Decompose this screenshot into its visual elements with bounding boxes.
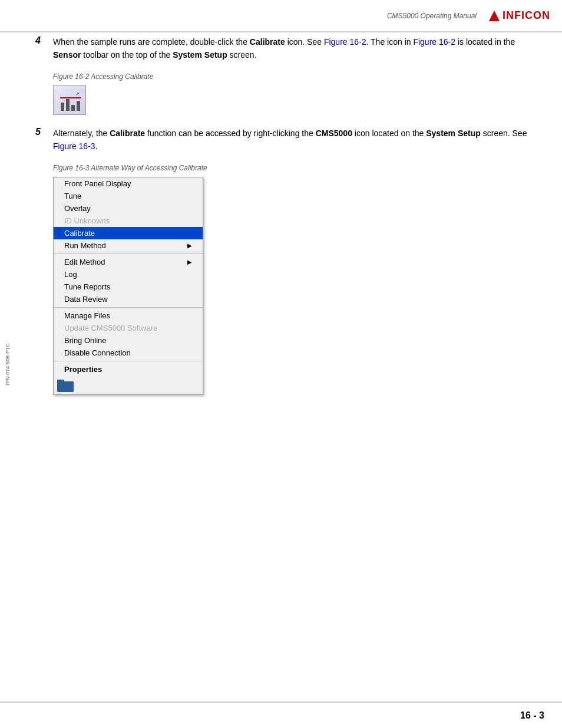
menu-item-front-panel-display[interactable]: Front Panel Display (54, 177, 203, 190)
calibrate-icon-box: ↗ (53, 85, 86, 115)
menu-item-properties[interactable]: Properties (54, 363, 203, 375)
step5-cms5000-bold: CMS5000 (316, 129, 352, 138)
svg-text:↗: ↗ (75, 91, 80, 97)
side-label: IPN 074-508-P1C (5, 343, 11, 385)
run-method-submenu-arrow: ▶ (187, 242, 192, 249)
step5-calibrate-bold: Calibrate (110, 129, 145, 138)
svg-rect-3 (71, 105, 75, 111)
step4-figure16-2-link2[interactable]: Figure 16-2 (413, 37, 455, 47)
menu-footer-folder (54, 375, 203, 394)
menu-item-disable-connection[interactable]: Disable Connection (54, 347, 203, 359)
svg-rect-7 (57, 381, 74, 392)
logo: INFICON (488, 9, 550, 22)
calibrate-icon-inner: ↗ (59, 90, 80, 111)
menu-item-manage-files[interactable]: Manage Files (54, 309, 203, 322)
menu-item-run-method-label: Run Method (64, 241, 106, 250)
menu-separator-1 (54, 253, 203, 254)
step4-systemsetup-bold: System Setup (173, 50, 227, 60)
step4-figure16-2-link1[interactable]: Figure 16-2 (324, 37, 366, 47)
svg-marker-0 (489, 11, 500, 21)
menu-item-log[interactable]: Log (54, 268, 203, 281)
header: CMS5000 Operating Manual INFICON (0, 0, 562, 32)
svg-rect-2 (66, 99, 70, 111)
step-5-text: Alternately, the Calibrate function can … (53, 127, 538, 153)
menu-item-calibrate[interactable]: Calibrate (54, 227, 203, 239)
logo-text: INFICON (503, 9, 550, 22)
main-content: 4 When the sample runs are complete, dou… (35, 35, 538, 699)
menu-separator-3 (54, 361, 203, 361)
context-menu: Front Panel Display Tune Overlay ID Unkn… (53, 177, 203, 395)
menu-item-bring-online[interactable]: Bring Online (54, 334, 203, 347)
menu-item-overlay[interactable]: Overlay (54, 202, 203, 215)
menu-item-tune[interactable]: Tune (54, 190, 203, 202)
figure-3-label: Figure 16-3 Alternate Way of Accessing C… (53, 164, 538, 172)
menu-item-tune-reports[interactable]: Tune Reports (54, 281, 203, 293)
calibrate-icon-svg: ↗ (59, 90, 82, 113)
step5-systemsetup-bold: System Setup (426, 129, 481, 138)
step-5-number: 5 (35, 127, 46, 137)
footer: 16 - 3 (0, 701, 562, 728)
step5-figure16-3-link[interactable]: Figure 16-3 (53, 141, 95, 151)
step4-calibrate-bold: Calibrate (250, 37, 285, 47)
menu-item-update-cms5000: Update CMS5000 Software (54, 322, 203, 334)
logo-triangle-icon (488, 10, 500, 22)
step-4: 4 When the sample runs are complete, dou… (35, 35, 538, 62)
step-4-number: 4 (35, 35, 46, 46)
menu-separator-2 (54, 307, 203, 308)
step-4-text: When the sample runs are complete, doubl… (53, 35, 538, 62)
manual-title: CMS5000 Operating Manual (387, 12, 477, 20)
page-number: 16 - 3 (520, 710, 544, 721)
svg-rect-4 (77, 101, 80, 111)
menu-item-edit-method[interactable]: Edit Method ▶ (54, 256, 203, 268)
folder-icon (57, 378, 75, 392)
figure-2-label: Figure 16-2 Accessing Calibrate (53, 73, 538, 81)
menu-item-run-method[interactable]: Run Method ▶ (54, 239, 203, 252)
svg-rect-8 (57, 380, 64, 383)
edit-method-submenu-arrow: ▶ (187, 259, 192, 265)
svg-rect-1 (61, 103, 64, 111)
menu-item-id-unknowns: ID Unknowns (54, 215, 203, 227)
step4-sensor-bold: Sensor (53, 50, 81, 60)
step-5: 5 Alternately, the Calibrate function ca… (35, 127, 538, 153)
menu-item-data-review[interactable]: Data Review (54, 293, 203, 305)
menu-item-edit-method-label: Edit Method (64, 258, 105, 266)
